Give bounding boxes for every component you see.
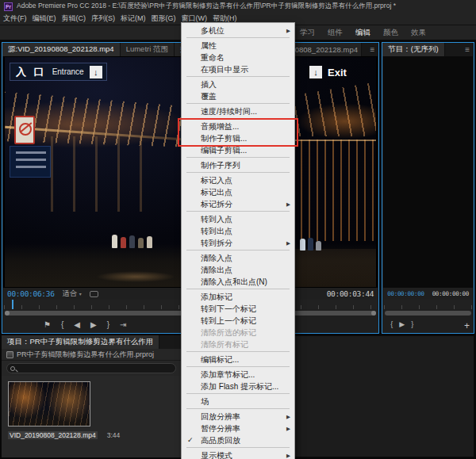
project-file-name[interactable]: PR中子剪辑限制修剪边界有什么作用.prproj	[17, 350, 154, 360]
play-icon[interactable]: ▶	[90, 321, 97, 329]
context-menu-item[interactable]: 清除入点和出点(N)	[182, 276, 294, 288]
context-menu-item-label: 属性	[201, 41, 217, 50]
context-menu-item[interactable]: 清除入点	[182, 252, 294, 264]
exit-railing	[293, 140, 376, 241]
context-menu-item[interactable]: 在项目中显示	[182, 63, 294, 75]
menu-separator	[186, 172, 290, 173]
context-menu-item[interactable]: 插入	[182, 78, 294, 90]
context-menu-item[interactable]: 转到上一个标记	[182, 315, 294, 327]
exit-sign-text: Exit	[328, 67, 347, 78]
menu-separator	[186, 103, 290, 104]
context-menu-item[interactable]: 转到入点	[182, 213, 294, 225]
context-menu-item[interactable]: 多机位▶	[182, 25, 294, 36]
app-icon: Pr	[4, 2, 13, 11]
context-menu-item-label: 音频增益...	[201, 122, 239, 131]
menubar-item[interactable]: 序列(S)	[91, 13, 115, 24]
scrollbar-left-handle[interactable]	[5, 311, 10, 316]
clip-thumbnail[interactable]	[8, 381, 90, 426]
mark-in-icon[interactable]: {	[390, 321, 393, 328]
entrance-sign: 入 口 Entrance ↓	[10, 63, 107, 81]
context-menu-item[interactable]: 转到下一个标记	[182, 303, 294, 315]
context-menu-item[interactable]: 标记入点	[182, 174, 294, 186]
context-menu-item[interactable]: 转到拆分▶	[182, 237, 294, 249]
workspace-tab[interactable]: 组件	[328, 28, 343, 38]
context-menu-item[interactable]: 制作子序列	[182, 159, 294, 171]
source-tab-label: Lumetri 范围	[126, 44, 168, 55]
window-title: Adobe Premiere Pro CC 2018 - E:\百度经验\PR中…	[17, 2, 396, 11]
menubar-item[interactable]: 剪辑(C)	[62, 13, 86, 24]
context-menu-item[interactable]: 速度/持续时间...	[182, 105, 294, 117]
person-silhouette	[147, 236, 152, 248]
context-menu-item[interactable]: 标记拆分▶	[182, 198, 294, 210]
menubar-item[interactable]: 图形(G)	[152, 13, 176, 24]
program-tab[interactable]: 节目：(无序列)	[382, 43, 444, 56]
add-marker-icon[interactable]: ⚑	[44, 321, 51, 329]
step-back-icon[interactable]: ◀	[74, 321, 80, 329]
mark-out-icon[interactable]: }	[411, 321, 413, 328]
context-menu-item[interactable]: 暂停分辨率▶	[182, 423, 294, 434]
program-zoom-scrollbar[interactable]	[385, 311, 471, 316]
structure-posts	[51, 136, 162, 212]
program-tab-bar: 节目：(无序列) ≡	[382, 43, 474, 56]
context-menu-item[interactable]: 标记出点	[182, 186, 294, 198]
source-tab[interactable]: Lumetri 范围	[121, 43, 175, 56]
go-to-out-icon[interactable]: ⇥	[120, 321, 126, 329]
exit-walkway	[289, 249, 376, 287]
context-menu-item-label: 编辑子剪辑...	[201, 146, 247, 155]
menubar-item[interactable]: 标记(M)	[121, 13, 146, 24]
search-input[interactable]	[6, 363, 176, 373]
scrollbar-right-handle[interactable]	[371, 311, 376, 316]
menubar-item[interactable]: 编辑(E)	[33, 13, 56, 24]
context-menu-item-label: 回放分辨率	[201, 412, 240, 421]
program-time-ru1er[interactable]	[384, 300, 472, 309]
submenu-arrow-icon: ▶	[286, 198, 290, 210]
context-menu-item[interactable]: 场	[182, 396, 294, 407]
context-menu: 多机位▶属性重命名在项目中显示插入覆盖速度/持续时间...音频增益...制作子剪…	[181, 22, 295, 459]
menu-separator	[186, 211, 290, 212]
context-menu-item[interactable]: 添加章节标记...	[182, 369, 294, 381]
context-menu-item[interactable]: 清除所选的标记	[182, 327, 294, 339]
context-menu-item[interactable]: 清除所有标记	[182, 339, 294, 350]
mark-out-icon[interactable]: }	[107, 321, 109, 329]
context-menu-item-label: 多机位	[201, 26, 225, 35]
context-menu-item[interactable]: 添加标记	[182, 291, 294, 303]
title-bar: Pr Adobe Premiere Pro CC 2018 - E:\百度经验\…	[0, 0, 476, 13]
context-menu-item[interactable]: 高品质回放✓	[182, 434, 294, 446]
workspace-tab[interactable]: 颜色	[383, 28, 398, 38]
context-menu-item[interactable]: 制作子剪辑...	[182, 132, 294, 144]
project-tab[interactable]: 项目：PR中子剪辑限制修剪边界有什么作用	[2, 335, 159, 349]
context-menu-item[interactable]: 清除出点	[182, 264, 294, 276]
workspace-tab[interactable]: 效果	[411, 28, 426, 38]
menubar-item[interactable]: 文件(F)	[3, 13, 27, 24]
context-menu-item[interactable]: 回放分辨率▶	[182, 411, 294, 423]
panel-menu-icon[interactable]: ≡	[366, 45, 378, 54]
person-silhouette	[129, 235, 135, 248]
context-menu-item-label: 清除入点和出点(N)	[201, 277, 267, 286]
workspace-tab[interactable]: 编辑	[355, 28, 370, 38]
context-menu-item[interactable]: 显示模式▶	[182, 449, 294, 459]
context-menu-item[interactable]: 属性	[182, 40, 294, 52]
down-arrow-icon: ↓	[309, 66, 322, 78]
person-silhouette	[308, 238, 313, 251]
zoom-level-select[interactable]: 适合 ▾	[63, 289, 82, 299]
program-transport-controls: {▶}	[382, 316, 474, 333]
context-menu-item[interactable]: 编辑子剪辑...	[182, 144, 294, 156]
mark-in-icon[interactable]: {	[61, 321, 63, 329]
menu-separator	[186, 37, 290, 38]
context-menu-item-label: 添加标记	[201, 293, 232, 301]
panel-menu-icon[interactable]: ≡	[461, 45, 474, 54]
button-editor-add-button[interactable]: +	[464, 321, 470, 331]
context-menu-item-label: 转到下一个标记	[201, 304, 256, 313]
context-menu-item[interactable]: 转到出点	[182, 225, 294, 237]
context-menu-item[interactable]: 编辑标记...	[182, 354, 294, 365]
playback-settings-icon[interactable]	[90, 291, 98, 297]
source-tab[interactable]: 源:VID_20190808_202128.mp4	[2, 43, 121, 56]
clip-name[interactable]: VID_20190808_202128.mp4	[8, 431, 98, 439]
playhead[interactable]	[12, 300, 13, 309]
play-icon[interactable]: ▶	[399, 321, 405, 328]
context-menu-item[interactable]: 重命名	[182, 52, 294, 63]
workspace-tab[interactable]: 学习	[300, 28, 315, 38]
context-menu-item[interactable]: 添加 Flash 提示标记...	[182, 381, 294, 392]
context-menu-item[interactable]: 覆盖	[182, 90, 294, 102]
context-menu-item[interactable]: 音频增益...	[182, 120, 294, 132]
